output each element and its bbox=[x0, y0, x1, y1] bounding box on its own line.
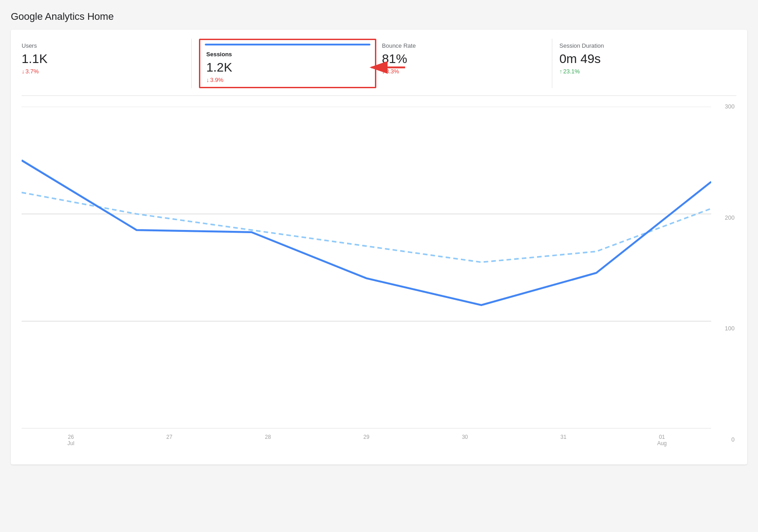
metrics-row: Users 1.1K 3.7% Sessions 1.2K 3.9% Bounc… bbox=[22, 39, 736, 96]
page-title: Google Analytics Home bbox=[11, 11, 747, 23]
y-label-0: 0 bbox=[731, 436, 735, 443]
x-axis: 26Jul272829303101Aug bbox=[22, 430, 711, 446]
arrow-down-icon bbox=[206, 77, 209, 83]
arrow-down-icon bbox=[22, 68, 25, 75]
x-label-5: 31 bbox=[514, 434, 613, 446]
metric-users[interactable]: Users 1.1K 3.7% bbox=[22, 39, 192, 88]
y-label-200: 200 bbox=[725, 214, 735, 221]
annotation-arrow bbox=[367, 56, 407, 81]
y-label-300: 300 bbox=[725, 103, 735, 110]
metric-label-session_duration: Session Duration bbox=[559, 42, 722, 49]
x-label-6: 01Aug bbox=[613, 434, 711, 446]
metric-session_duration[interactable]: Session Duration 0m 49s 23.1% bbox=[559, 39, 729, 88]
analytics-card: Users 1.1K 3.7% Sessions 1.2K 3.9% Bounc… bbox=[11, 30, 747, 464]
metric-label-users: Users bbox=[22, 42, 184, 49]
x-label-4: 30 bbox=[415, 434, 514, 446]
metric-value-sessions: 1.2K bbox=[206, 60, 369, 75]
metric-change-sessions: 3.9% bbox=[206, 77, 369, 83]
metric-value-users: 1.1K bbox=[22, 52, 184, 66]
chart-area: 300 200 100 0 26Jul272829303101Aug bbox=[22, 99, 736, 464]
x-label-2: 28 bbox=[219, 434, 317, 446]
metric-change-users: 3.7% bbox=[22, 68, 184, 75]
metric-label-bounce_rate: Bounce Rate bbox=[382, 42, 545, 49]
metric-bounce_rate[interactable]: Bounce Rate 81% 3.3% bbox=[382, 39, 552, 88]
chart-svg bbox=[22, 107, 711, 428]
y-label-100: 100 bbox=[725, 325, 735, 332]
metric-sessions[interactable]: Sessions 1.2K 3.9% bbox=[199, 39, 376, 88]
metric-change-session_duration: 23.1% bbox=[559, 68, 722, 75]
x-label-0: 26Jul bbox=[22, 434, 120, 446]
metric-label-sessions: Sessions bbox=[206, 51, 369, 58]
arrow-up-icon bbox=[559, 68, 563, 75]
metric-value-session_duration: 0m 49s bbox=[559, 52, 722, 66]
x-label-3: 29 bbox=[317, 434, 416, 446]
x-label-1: 27 bbox=[120, 434, 219, 446]
